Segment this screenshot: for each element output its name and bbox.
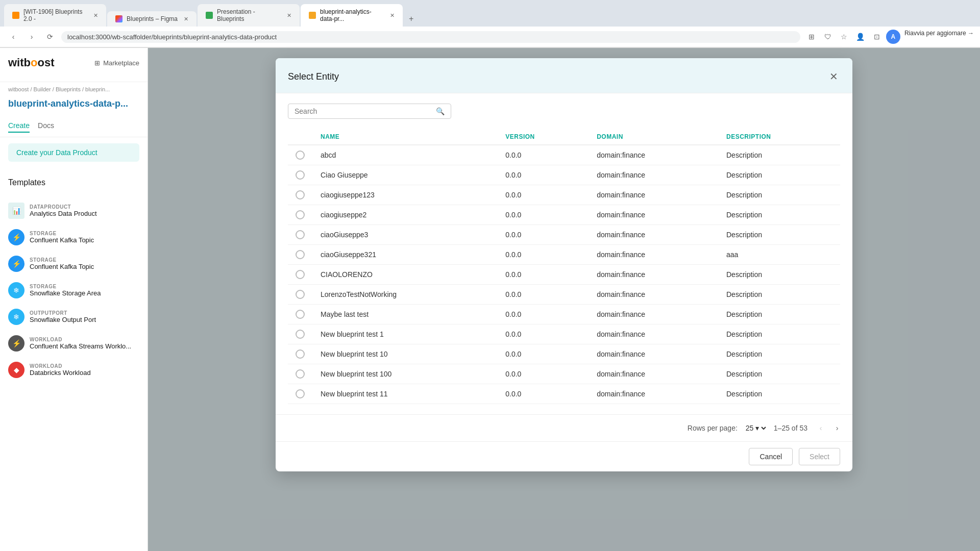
- table-row[interactable]: ciaogiuseppe2 0.0.0 domain:finance Descr…: [288, 205, 840, 225]
- row-version-6: 0.0.0: [497, 265, 589, 285]
- radio-button-11[interactable]: [296, 369, 305, 379]
- radio-button-2[interactable]: [296, 190, 305, 199]
- row-radio-4[interactable]: [288, 225, 312, 245]
- radio-button-6[interactable]: [296, 270, 305, 279]
- radio-button-0[interactable]: [296, 151, 305, 160]
- modal-close-button[interactable]: ✕: [827, 68, 840, 85]
- nav-create[interactable]: Create: [8, 119, 30, 133]
- row-name-8: Maybe last test: [312, 305, 497, 324]
- row-radio-8[interactable]: [288, 305, 312, 324]
- row-radio-12[interactable]: [288, 384, 312, 404]
- row-radio-11[interactable]: [288, 364, 312, 384]
- table-row[interactable]: Maybe last test 0.0.0 domain:finance Des…: [288, 305, 840, 324]
- sidebar: witboost ⊞ Marketplace witboost / Builde…: [0, 48, 148, 551]
- table-row[interactable]: abcd 0.0.0 domain:finance Description: [288, 145, 840, 165]
- row-radio-6[interactable]: [288, 265, 312, 285]
- radio-button-1[interactable]: [296, 170, 305, 180]
- row-radio-1[interactable]: [288, 165, 312, 185]
- browser-tabs: [WIT-1906] Blueprints 2.0 - ✕ Blueprints…: [0, 0, 980, 27]
- tab-close-1[interactable]: ✕: [93, 12, 98, 19]
- row-radio-0[interactable]: [288, 145, 312, 165]
- refresh-button[interactable]: ⟳: [43, 30, 57, 44]
- tab-label-3: Presentation - Blueprints: [217, 8, 281, 22]
- item-info-5: WORKLOAD Databricks Workload: [30, 363, 139, 377]
- radio-button-10[interactable]: [296, 349, 305, 359]
- row-radio-10[interactable]: [288, 344, 312, 364]
- kafka-icon-0: ⚡: [8, 229, 24, 245]
- address-text: localhost:3000/wb-scaffolder/blueprints/…: [67, 33, 277, 41]
- nav-docs[interactable]: Docs: [38, 119, 54, 133]
- table-row[interactable]: ciaoGiuseppe3 0.0.0 domain:finance Descr…: [288, 225, 840, 245]
- toolbar-icons: ⊞ 🛡 ☆ 👤 ⊡ A Riavvia per aggiornare →: [804, 30, 974, 44]
- tab-close-4[interactable]: ✕: [390, 12, 395, 19]
- create-dp-button[interactable]: Create your Data Product: [8, 143, 139, 162]
- shield-icon[interactable]: 🛡: [821, 30, 835, 44]
- update-button[interactable]: Riavvia per aggiornare →: [904, 30, 974, 44]
- tab-1[interactable]: [WIT-1906] Blueprints 2.0 - ✕: [4, 4, 106, 27]
- tab-2[interactable]: Blueprints – Figma ✕: [107, 11, 197, 27]
- tab-3[interactable]: Presentation - Blueprints ✕: [198, 4, 300, 27]
- next-page-button[interactable]: ›: [830, 421, 844, 435]
- row-description-0: Description: [718, 145, 840, 165]
- radio-button-12[interactable]: [296, 389, 305, 398]
- row-radio-2[interactable]: [288, 185, 312, 205]
- back-button[interactable]: ‹: [6, 30, 20, 44]
- row-radio-3[interactable]: [288, 205, 312, 225]
- sidebar-item-2[interactable]: ❄ STORAGE Snowflake Storage Area: [4, 277, 143, 304]
- radio-button-3[interactable]: [296, 210, 305, 219]
- modal-footer: Cancel Select: [276, 441, 852, 471]
- tab-4[interactable]: blueprint-analytics-data-pr... ✕: [301, 4, 403, 27]
- tab-close-3[interactable]: ✕: [287, 12, 291, 19]
- table-row[interactable]: Ciao Giuseppe 0.0.0 domain:finance Descr…: [288, 165, 840, 185]
- sidebar-item-5[interactable]: ◆ WORKLOAD Databricks Workload: [4, 357, 143, 383]
- tab-close-2[interactable]: ✕: [184, 16, 188, 22]
- user-avatar[interactable]: A: [886, 30, 900, 44]
- sidebar-item-1[interactable]: ⚡ STORAGE Confluent Kafka Topic: [4, 251, 143, 277]
- table-row[interactable]: CIAOLORENZO 0.0.0 domain:finance Descrip…: [288, 265, 840, 285]
- radio-button-9[interactable]: [296, 330, 305, 339]
- breadcrumb-blueprints[interactable]: Blueprints: [56, 86, 81, 92]
- pagination-row: Rows per page: 25 ▾ 1–25 of 53 ‹ ›: [276, 414, 852, 441]
- radio-button-4[interactable]: [296, 230, 305, 239]
- table-row[interactable]: ciaogiuseppe123 0.0.0 domain:finance Des…: [288, 185, 840, 205]
- col-version-header: VERSION: [497, 129, 589, 145]
- radio-button-5[interactable]: [296, 250, 305, 259]
- radio-button-7[interactable]: [296, 290, 305, 299]
- sidebar-item-4[interactable]: ⚡ WORKLOAD Confluent Kafka Streams Workl…: [4, 330, 143, 357]
- table-row[interactable]: LorenzoTestNotWorking 0.0.0 domain:finan…: [288, 285, 840, 305]
- profile-icon[interactable]: 👤: [853, 30, 868, 44]
- row-domain-12: domain:finance: [589, 384, 718, 404]
- marketplace-link[interactable]: ⊞ Marketplace: [94, 59, 139, 67]
- row-domain-6: domain:finance: [589, 265, 718, 285]
- row-version-12: 0.0.0: [497, 384, 589, 404]
- row-domain-11: domain:finance: [589, 364, 718, 384]
- prev-page-button[interactable]: ‹: [814, 421, 828, 435]
- select-button[interactable]: Select: [799, 448, 840, 465]
- table-row[interactable]: New blueprint test 100 0.0.0 domain:fina…: [288, 364, 840, 384]
- col-domain-header: DOMAIN: [589, 129, 718, 145]
- row-version-4: 0.0.0: [497, 225, 589, 245]
- table-row[interactable]: New blueprint test 1 0.0.0 domain:financ…: [288, 324, 840, 344]
- per-page-select[interactable]: 25 ▾: [744, 423, 768, 433]
- extensions-icon[interactable]: ⊞: [804, 30, 819, 44]
- sidebar-item-0[interactable]: ⚡ STORAGE Confluent Kafka Topic: [4, 224, 143, 251]
- cancel-button[interactable]: Cancel: [749, 448, 793, 465]
- sidebar-toggle[interactable]: ⊡: [870, 30, 884, 44]
- breadcrumb-witboost[interactable]: witboost: [8, 86, 29, 92]
- forward-button[interactable]: ›: [24, 30, 39, 44]
- row-radio-9[interactable]: [288, 324, 312, 344]
- table-row[interactable]: New blueprint test 10 0.0.0 domain:finan…: [288, 344, 840, 364]
- table-row[interactable]: New blueprint test 11 0.0.0 domain:finan…: [288, 384, 840, 404]
- table-row[interactable]: ciaoGiuseppe321 0.0.0 domain:finance aaa: [288, 245, 840, 265]
- star-icon[interactable]: ☆: [837, 30, 851, 44]
- row-name-6: CIAOLORENZO: [312, 265, 497, 285]
- breadcrumb-builder[interactable]: Builder: [34, 86, 51, 92]
- sidebar-items: 📊 DATAPRODUCT Analytics Data Product ⚡ S…: [0, 197, 148, 383]
- search-input[interactable]: [295, 107, 436, 115]
- radio-button-8[interactable]: [296, 310, 305, 319]
- row-radio-5[interactable]: [288, 245, 312, 265]
- new-tab-button[interactable]: +: [404, 11, 419, 27]
- address-bar[interactable]: localhost:3000/wb-scaffolder/blueprints/…: [61, 31, 800, 43]
- sidebar-item-3[interactable]: ❄ OUTPUTPORT Snowflake Output Port: [4, 304, 143, 330]
- row-radio-7[interactable]: [288, 285, 312, 305]
